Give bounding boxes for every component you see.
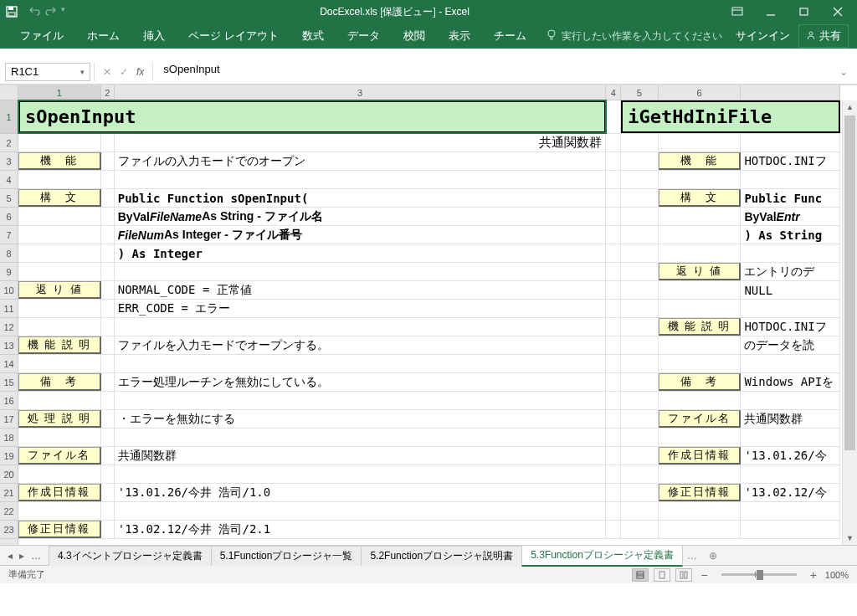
view-page-break-icon[interactable]: [675, 568, 692, 582]
cell-title-left[interactable]: sOpenInput: [18, 100, 606, 133]
maximize-button[interactable]: [788, 1, 820, 23]
row-header[interactable]: 22: [0, 502, 18, 521]
col-header[interactable]: 5: [621, 85, 658, 100]
row-header[interactable]: 9: [0, 263, 18, 281]
row-header[interactable]: 5: [0, 189, 18, 208]
cell[interactable]: FileNum As Integer - ファイル番号: [115, 226, 606, 244]
tab-home[interactable]: ホーム: [75, 23, 131, 49]
cell[interactable]: Windows APIを: [741, 373, 840, 391]
zoom-level[interactable]: 100%: [825, 570, 849, 580]
cell[interactable]: [606, 100, 621, 133]
row-header[interactable]: 16: [0, 392, 18, 410]
row-header[interactable]: 23: [0, 521, 18, 539]
undo-icon[interactable]: [28, 5, 42, 19]
label-created-r[interactable]: 作成日情報: [659, 447, 742, 465]
col-header[interactable]: 3: [115, 85, 607, 100]
sheet-tab[interactable]: 5.1Functionプロシージャ一覧: [211, 546, 362, 566]
cell[interactable]: NORMAL_CODE = 正常値: [115, 281, 606, 299]
label-filename-r[interactable]: ファイル名: [659, 410, 742, 428]
cell[interactable]: NULL: [741, 281, 840, 299]
select-all-corner[interactable]: [0, 85, 18, 100]
cell[interactable]: HOTDOC.INIフ: [741, 318, 840, 336]
tab-nav-more-icon[interactable]: …: [28, 550, 44, 562]
qat-dropdown-icon[interactable]: ▾: [59, 5, 68, 19]
row-header[interactable]: 6: [0, 208, 18, 226]
tab-view[interactable]: 表示: [437, 23, 482, 49]
col-header[interactable]: 1: [18, 85, 101, 100]
row-header[interactable]: 15: [0, 373, 18, 392]
row-header[interactable]: 7: [0, 226, 18, 244]
label-process[interactable]: 処 理 説 明: [18, 410, 101, 428]
ribbon-display-icon[interactable]: [721, 1, 753, 23]
cell[interactable]: 共通関数群: [741, 410, 840, 428]
tell-me-search[interactable]: 実行したい作業を入力してください: [547, 29, 722, 44]
cell[interactable]: '13.01.26/今: [741, 447, 840, 465]
label-notes[interactable]: 備 考: [18, 373, 101, 391]
cell[interactable]: ByVal Entr: [741, 208, 840, 225]
cell[interactable]: [18, 134, 101, 151]
view-normal-icon[interactable]: [632, 568, 649, 582]
name-box[interactable]: R1C1 ▾: [5, 63, 90, 81]
fx-icon[interactable]: fx: [136, 66, 144, 78]
enter-icon[interactable]: ✓: [120, 66, 128, 78]
cell[interactable]: Public Func: [741, 189, 840, 207]
tab-nav-more-icon[interactable]: …: [682, 550, 702, 562]
sheet-tab-active[interactable]: 5.3Functionプロシージャ定義書: [521, 545, 683, 567]
row-header[interactable]: 11: [0, 300, 18, 318]
tab-nav-first-icon[interactable]: ◂: [5, 550, 15, 562]
sheet-tab[interactable]: 5.2Functionプロシージャ説明書: [361, 546, 522, 566]
label-created[interactable]: 作成日情報: [18, 484, 101, 501]
cell[interactable]: '13.02.12/今: [741, 484, 840, 501]
cell[interactable]: のデータを読: [741, 336, 840, 354]
save-icon[interactable]: [3, 3, 20, 20]
label-desc[interactable]: 機 能 説 明: [18, 336, 101, 354]
scroll-up-icon[interactable]: ▲: [843, 100, 857, 114]
chevron-down-icon[interactable]: ▾: [80, 68, 85, 76]
row-header[interactable]: 4: [0, 171, 18, 189]
cell[interactable]: ファイルの入力モードでのオープン: [115, 152, 606, 170]
formula-expand-icon[interactable]: ⌄: [835, 66, 852, 78]
cell[interactable]: ByVal FileName As String - ファイル名: [115, 208, 606, 225]
label-notes-r[interactable]: 備 考: [659, 373, 742, 391]
share-button[interactable]: 共有: [798, 24, 849, 48]
cell[interactable]: 共通関数群: [115, 134, 606, 151]
tab-formulas[interactable]: 数式: [290, 23, 336, 49]
cancel-icon[interactable]: ✕: [103, 66, 111, 78]
formula-input[interactable]: sOpenInput: [157, 63, 832, 81]
cell[interactable]: ・エラーを無効にする: [115, 410, 606, 428]
tab-data[interactable]: データ: [336, 23, 392, 49]
label-return[interactable]: 返 り 値: [18, 281, 101, 299]
col-header[interactable]: 4: [606, 85, 621, 100]
tab-insert[interactable]: 挿入: [131, 23, 177, 49]
label-modified-r[interactable]: 修正日情報: [659, 484, 742, 501]
cell[interactable]: Public Function sOpenInput(: [115, 189, 606, 207]
redo-icon[interactable]: [44, 5, 57, 19]
cell-title-right[interactable]: iGetHdIniFile: [621, 100, 840, 133]
sheet-tab[interactable]: 4.3イベントプロシージャ定義書: [49, 546, 212, 566]
cell[interactable]: ERR_CODE = エラー: [115, 300, 606, 317]
row-header[interactable]: 1: [0, 100, 18, 134]
tab-team[interactable]: チーム: [482, 23, 538, 49]
cell[interactable]: '13.01.26/今井 浩司/1.0: [115, 484, 606, 501]
view-page-layout-icon[interactable]: [654, 568, 670, 582]
zoom-thumb[interactable]: [757, 570, 763, 580]
row-header[interactable]: 10: [0, 281, 18, 300]
new-sheet-icon[interactable]: ⊕: [702, 550, 724, 562]
cell[interactable]: エントリのデ: [741, 263, 840, 280]
grid[interactable]: sOpenInput iGetHdIniFile 共通関数群 機 能 ファイルの…: [18, 100, 840, 545]
col-header[interactable]: 6: [659, 85, 742, 100]
label-desc-r[interactable]: 機 能 説 明: [659, 318, 742, 336]
row-header[interactable]: 19: [0, 447, 18, 465]
close-button[interactable]: [822, 1, 854, 23]
label-syntax-r[interactable]: 構 文: [659, 189, 742, 207]
label-filename[interactable]: ファイル名: [18, 447, 101, 465]
scroll-down-icon[interactable]: ▼: [843, 531, 857, 545]
label-syntax[interactable]: 構 文: [18, 189, 101, 207]
vertical-scrollbar[interactable]: ▲ ▼: [842, 100, 857, 545]
label-kinou-r[interactable]: 機 能: [659, 152, 742, 170]
row-header[interactable]: 18: [0, 429, 18, 447]
row-header[interactable]: 21: [0, 484, 18, 502]
row-header[interactable]: 12: [0, 318, 18, 336]
cell[interactable]: ファイルを入力モードでオープンする。: [115, 336, 606, 354]
row-header[interactable]: 2: [0, 134, 18, 152]
